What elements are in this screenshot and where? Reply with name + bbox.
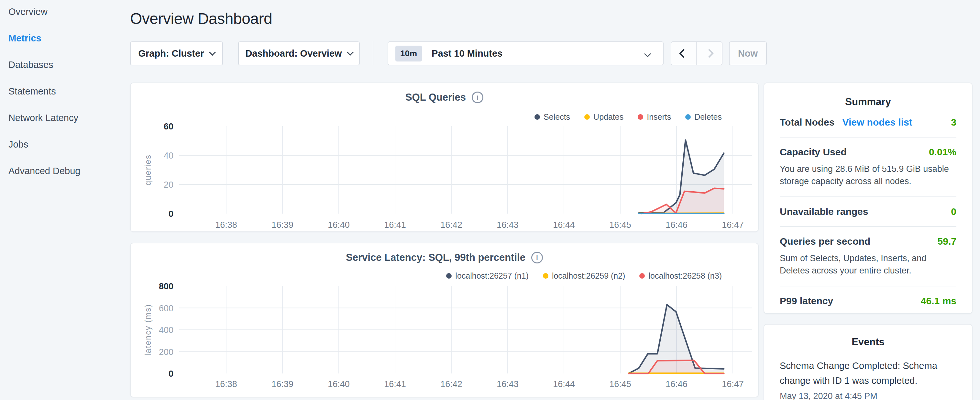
- summary-row-queries-per-second: Queries per second 59.7 Sum of Selects, …: [780, 227, 956, 287]
- svg-text:16:46: 16:46: [665, 379, 687, 389]
- svg-text:16:44: 16:44: [553, 379, 575, 389]
- chevron-down-icon: [209, 49, 215, 55]
- page-title: Overview Dashboard: [130, 10, 272, 27]
- svg-text:16:39: 16:39: [272, 220, 293, 230]
- sidebar-item-overview[interactable]: Overview: [8, 6, 125, 17]
- svg-text:16:39: 16:39: [272, 379, 293, 389]
- summary-row-total-nodes: Total Nodes View nodes list 3: [780, 108, 956, 137]
- svg-text:16:43: 16:43: [496, 379, 519, 389]
- sidebar-nav: Overview Metrics Databases Statements Ne…: [8, 6, 125, 192]
- summary-label: Queries per second: [780, 236, 870, 247]
- svg-text:16:45: 16:45: [609, 220, 631, 230]
- svg-text:16:45: 16:45: [609, 379, 631, 389]
- event-item-timestamp: May 13, 2020 at 4:45 PM: [780, 391, 956, 400]
- svg-text:800: 800: [159, 282, 173, 291]
- dashboard-dropdown[interactable]: Dashboard: Overview: [238, 41, 360, 65]
- svg-text:16:46: 16:46: [665, 220, 687, 230]
- now-button[interactable]: Now: [729, 41, 767, 65]
- summary-panel: Summary Total Nodes View nodes list 3 Ca…: [764, 83, 972, 314]
- summary-title: Summary: [780, 96, 956, 108]
- graph-scope-dropdown-label: Graph: Cluster: [138, 48, 204, 59]
- toolbar-divider: [373, 41, 373, 65]
- service-latency-chart-canvas[interactable]: 16:3816:3916:4016:4116:4216:4316:4416:45…: [131, 243, 759, 398]
- svg-text:queries: queries: [143, 155, 153, 185]
- event-item-text: Schema Change Completed: Schema change w…: [780, 358, 956, 388]
- svg-text:16:47: 16:47: [722, 379, 744, 389]
- sidebar-item-metrics[interactable]: Metrics: [8, 33, 125, 44]
- sidebar-item-network-latency[interactable]: Network Latency: [8, 113, 125, 123]
- svg-text:16:47: 16:47: [722, 220, 744, 230]
- summary-label: Unavailable ranges: [780, 206, 868, 217]
- events-title: Events: [780, 336, 956, 348]
- chevron-left-icon: [679, 49, 688, 58]
- events-panel: Events Schema Change Completed: Schema c…: [764, 324, 972, 400]
- svg-text:600: 600: [159, 304, 173, 313]
- summary-label: Total Nodes: [780, 117, 834, 128]
- summary-value: 0.01%: [929, 147, 956, 158]
- svg-text:40: 40: [164, 151, 173, 161]
- svg-text:400: 400: [159, 325, 173, 335]
- svg-text:0: 0: [169, 369, 173, 379]
- summary-value: 46.1 ms: [921, 295, 956, 306]
- svg-text:16:42: 16:42: [440, 220, 462, 230]
- summary-row-unavailable-ranges: Unavailable ranges 0: [780, 197, 956, 227]
- dashboard-dropdown-label: Dashboard: Overview: [245, 48, 342, 59]
- time-prev-button[interactable]: [671, 42, 697, 65]
- svg-text:0: 0: [169, 209, 173, 219]
- svg-text:16:44: 16:44: [553, 220, 575, 230]
- graph-scope-dropdown[interactable]: Graph: Cluster: [130, 41, 223, 65]
- chevron-down-icon: [644, 51, 651, 57]
- svg-text:latency (ms): latency (ms): [143, 304, 153, 356]
- summary-value: 0: [951, 206, 956, 217]
- summary-value: 59.7: [938, 236, 956, 247]
- time-next-button[interactable]: [697, 42, 722, 65]
- sidebar-item-databases[interactable]: Databases: [8, 59, 125, 70]
- summary-label: P99 latency: [780, 295, 833, 306]
- svg-text:200: 200: [159, 347, 173, 357]
- svg-text:20: 20: [164, 180, 173, 190]
- summary-row-capacity-used: Capacity Used 0.01% You are using 28.6 M…: [780, 137, 956, 197]
- service-latency-chart-card: Service Latency: SQL, 99th percentile i …: [130, 243, 759, 397]
- sql-queries-chart-card: SQL Queries i SelectsUpdatesInsertsDelet…: [130, 83, 759, 232]
- sidebar-item-jobs[interactable]: Jobs: [8, 139, 125, 150]
- summary-label: Capacity Used: [780, 147, 847, 158]
- svg-text:60: 60: [164, 122, 173, 131]
- summary-subtext: You are using 28.6 MiB of 515.9 GiB usab…: [780, 163, 956, 187]
- svg-text:16:38: 16:38: [215, 220, 237, 230]
- sidebar-item-statements[interactable]: Statements: [8, 86, 125, 97]
- summary-row-p99-latency: P99 latency 46.1 ms: [780, 287, 956, 316]
- summary-subtext: Sum of Selects, Updates, Inserts, and De…: [780, 252, 956, 277]
- view-nodes-list-link[interactable]: View nodes list: [842, 117, 912, 128]
- summary-value: 3: [951, 117, 956, 128]
- chevron-down-icon: [347, 49, 353, 55]
- sql-queries-chart-canvas[interactable]: 16:3816:3916:4016:4116:4216:4316:4416:45…: [131, 83, 759, 233]
- time-range-badge: 10m: [395, 46, 422, 62]
- svg-text:16:38: 16:38: [215, 379, 237, 389]
- time-range-label: Past 10 Minutes: [431, 48, 503, 59]
- svg-text:16:40: 16:40: [328, 379, 350, 389]
- svg-text:16:43: 16:43: [496, 220, 519, 230]
- svg-text:16:41: 16:41: [384, 220, 406, 230]
- metrics-page: Overview Metrics Databases Statements Ne…: [0, 0, 980, 400]
- time-range-dropdown[interactable]: 10m Past 10 Minutes: [388, 41, 663, 65]
- sidebar-item-advanced-debug[interactable]: Advanced Debug: [8, 166, 125, 176]
- chevron-right-icon: [705, 49, 714, 58]
- toolbar: Graph: Cluster Dashboard: Overview 10m P…: [130, 41, 842, 65]
- svg-text:16:40: 16:40: [328, 220, 350, 230]
- svg-text:16:41: 16:41: [384, 379, 406, 389]
- svg-text:16:42: 16:42: [440, 379, 462, 389]
- time-step-buttons: [671, 41, 722, 65]
